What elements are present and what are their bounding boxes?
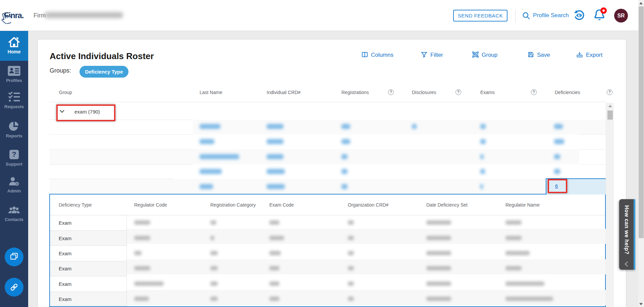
svg-text:?: ? [12, 150, 16, 159]
